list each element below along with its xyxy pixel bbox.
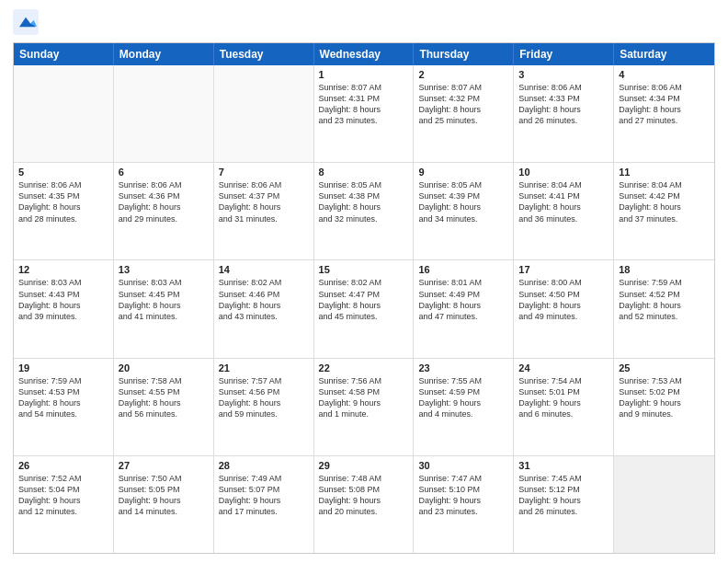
calendar-cell: [14, 65, 114, 162]
calendar-cell: 11Sunrise: 8:04 AM Sunset: 4:42 PM Dayli…: [614, 163, 714, 259]
calendar-cell: 6Sunrise: 8:06 AM Sunset: 4:36 PM Daylig…: [114, 163, 214, 259]
calendar-cell: 16Sunrise: 8:01 AM Sunset: 4:49 PM Dayli…: [414, 260, 514, 357]
cell-info: Sunrise: 7:45 AM Sunset: 5:12 PM Dayligh…: [518, 473, 609, 518]
calendar-row: 26Sunrise: 7:52 AM Sunset: 5:04 PM Dayli…: [14, 456, 714, 553]
calendar-cell: 25Sunrise: 7:53 AM Sunset: 5:02 PM Dayli…: [614, 359, 714, 455]
calendar-row: 5Sunrise: 8:06 AM Sunset: 4:35 PM Daylig…: [14, 163, 714, 260]
cell-info: Sunrise: 7:59 AM Sunset: 4:52 PM Dayligh…: [619, 277, 710, 322]
cell-info: Sunrise: 8:07 AM Sunset: 4:31 PM Dayligh…: [319, 82, 409, 127]
calendar-body: 1Sunrise: 8:07 AM Sunset: 4:31 PM Daylig…: [14, 65, 714, 553]
calendar: SundayMondayTuesdayWednesdayThursdayFrid…: [13, 42, 715, 554]
logo-icon: [13, 9, 39, 35]
day-number: 10: [518, 167, 609, 178]
cell-info: Sunrise: 8:01 AM Sunset: 4:49 PM Dayligh…: [418, 277, 508, 322]
day-number: 28: [219, 460, 309, 471]
day-number: 6: [119, 167, 209, 178]
cell-info: Sunrise: 7:48 AM Sunset: 5:08 PM Dayligh…: [319, 473, 409, 518]
day-number: 27: [119, 460, 209, 471]
calendar-cell: 5Sunrise: 8:06 AM Sunset: 4:35 PM Daylig…: [14, 163, 114, 259]
weekday-header: Wednesday: [314, 43, 415, 65]
day-number: 1: [319, 69, 409, 80]
calendar-cell: 13Sunrise: 8:03 AM Sunset: 4:45 PM Dayli…: [114, 260, 214, 357]
day-number: 13: [119, 264, 209, 275]
calendar-cell: 21Sunrise: 7:57 AM Sunset: 4:56 PM Dayli…: [214, 359, 314, 455]
day-number: 14: [219, 264, 309, 275]
cell-info: Sunrise: 8:00 AM Sunset: 4:50 PM Dayligh…: [518, 277, 609, 322]
day-number: 23: [418, 362, 508, 373]
calendar-cell: 27Sunrise: 7:50 AM Sunset: 5:05 PM Dayli…: [114, 456, 214, 553]
calendar-row: 1Sunrise: 8:07 AM Sunset: 4:31 PM Daylig…: [14, 65, 714, 163]
calendar-cell: 10Sunrise: 8:04 AM Sunset: 4:41 PM Dayli…: [514, 163, 614, 259]
cell-info: Sunrise: 8:04 AM Sunset: 4:42 PM Dayligh…: [619, 179, 710, 224]
day-number: 30: [418, 460, 508, 471]
weekday-header: Saturday: [614, 43, 714, 65]
day-number: 11: [619, 167, 710, 178]
day-number: 8: [319, 167, 409, 178]
day-number: 26: [18, 460, 108, 471]
cell-info: Sunrise: 7:57 AM Sunset: 4:56 PM Dayligh…: [219, 375, 309, 420]
day-number: 18: [619, 264, 710, 275]
calendar-cell: 1Sunrise: 8:07 AM Sunset: 4:31 PM Daylig…: [314, 65, 415, 162]
cell-info: Sunrise: 8:05 AM Sunset: 4:39 PM Dayligh…: [418, 179, 508, 224]
weekday-header: Sunday: [14, 43, 114, 65]
calendar-cell: 29Sunrise: 7:48 AM Sunset: 5:08 PM Dayli…: [314, 456, 415, 553]
cell-info: Sunrise: 7:55 AM Sunset: 4:59 PM Dayligh…: [418, 375, 508, 420]
day-number: 19: [18, 362, 108, 373]
cell-info: Sunrise: 8:02 AM Sunset: 4:46 PM Dayligh…: [219, 277, 309, 322]
weekday-header: Tuesday: [214, 43, 314, 65]
cell-info: Sunrise: 8:07 AM Sunset: 4:32 PM Dayligh…: [418, 82, 508, 127]
calendar-cell: 9Sunrise: 8:05 AM Sunset: 4:39 PM Daylig…: [414, 163, 514, 259]
logo: [13, 9, 42, 35]
cell-info: Sunrise: 7:49 AM Sunset: 5:07 PM Dayligh…: [219, 473, 309, 518]
cell-info: Sunrise: 8:05 AM Sunset: 4:38 PM Dayligh…: [319, 179, 409, 224]
cell-info: Sunrise: 7:56 AM Sunset: 4:58 PM Dayligh…: [319, 375, 409, 420]
day-number: 21: [219, 362, 309, 373]
cell-info: Sunrise: 8:06 AM Sunset: 4:34 PM Dayligh…: [619, 82, 710, 127]
day-number: 22: [319, 362, 409, 373]
calendar-cell: 23Sunrise: 7:55 AM Sunset: 4:59 PM Dayli…: [414, 359, 514, 455]
calendar-header: SundayMondayTuesdayWednesdayThursdayFrid…: [14, 43, 714, 65]
cell-info: Sunrise: 7:47 AM Sunset: 5:10 PM Dayligh…: [418, 473, 508, 518]
calendar-cell: 14Sunrise: 8:02 AM Sunset: 4:46 PM Dayli…: [214, 260, 314, 357]
day-number: 17: [518, 264, 609, 275]
day-number: 15: [319, 264, 409, 275]
page-header: [13, 9, 715, 35]
calendar-cell: 7Sunrise: 8:06 AM Sunset: 4:37 PM Daylig…: [214, 163, 314, 259]
calendar-cell: 30Sunrise: 7:47 AM Sunset: 5:10 PM Dayli…: [414, 456, 514, 553]
cell-info: Sunrise: 7:52 AM Sunset: 5:04 PM Dayligh…: [18, 473, 108, 518]
calendar-cell: 15Sunrise: 8:02 AM Sunset: 4:47 PM Dayli…: [314, 260, 415, 357]
day-number: 16: [418, 264, 508, 275]
calendar-cell: 8Sunrise: 8:05 AM Sunset: 4:38 PM Daylig…: [314, 163, 415, 259]
cell-info: Sunrise: 7:50 AM Sunset: 5:05 PM Dayligh…: [119, 473, 209, 518]
day-number: 9: [418, 167, 508, 178]
day-number: 5: [18, 167, 108, 178]
calendar-cell: 2Sunrise: 8:07 AM Sunset: 4:32 PM Daylig…: [414, 65, 514, 162]
day-number: 7: [219, 167, 309, 178]
cell-info: Sunrise: 7:58 AM Sunset: 4:55 PM Dayligh…: [119, 375, 209, 420]
cell-info: Sunrise: 7:53 AM Sunset: 5:02 PM Dayligh…: [619, 375, 710, 420]
calendar-cell: [214, 65, 314, 162]
calendar-cell: 18Sunrise: 7:59 AM Sunset: 4:52 PM Dayli…: [614, 260, 714, 357]
calendar-cell: 17Sunrise: 8:00 AM Sunset: 4:50 PM Dayli…: [514, 260, 614, 357]
day-number: 4: [619, 69, 710, 80]
cell-info: Sunrise: 8:06 AM Sunset: 4:36 PM Dayligh…: [119, 179, 209, 224]
day-number: 29: [319, 460, 409, 471]
cell-info: Sunrise: 7:54 AM Sunset: 5:01 PM Dayligh…: [518, 375, 609, 420]
weekday-header: Thursday: [414, 43, 514, 65]
cell-info: Sunrise: 8:02 AM Sunset: 4:47 PM Dayligh…: [319, 277, 409, 322]
day-number: 2: [418, 69, 508, 80]
weekday-header: Friday: [514, 43, 614, 65]
day-number: 3: [518, 69, 609, 80]
cell-info: Sunrise: 8:03 AM Sunset: 4:43 PM Dayligh…: [18, 277, 108, 322]
calendar-cell: 12Sunrise: 8:03 AM Sunset: 4:43 PM Dayli…: [14, 260, 114, 357]
cell-info: Sunrise: 8:06 AM Sunset: 4:37 PM Dayligh…: [219, 179, 309, 224]
day-number: 31: [518, 460, 609, 471]
calendar-cell: 26Sunrise: 7:52 AM Sunset: 5:04 PM Dayli…: [14, 456, 114, 553]
day-number: 24: [518, 362, 609, 373]
calendar-cell: [614, 456, 714, 553]
calendar-cell: 28Sunrise: 7:49 AM Sunset: 5:07 PM Dayli…: [214, 456, 314, 553]
cell-info: Sunrise: 8:04 AM Sunset: 4:41 PM Dayligh…: [518, 179, 609, 224]
cell-info: Sunrise: 8:06 AM Sunset: 4:33 PM Dayligh…: [518, 82, 609, 127]
calendar-cell: 3Sunrise: 8:06 AM Sunset: 4:33 PM Daylig…: [514, 65, 614, 162]
cell-info: Sunrise: 7:59 AM Sunset: 4:53 PM Dayligh…: [18, 375, 108, 420]
